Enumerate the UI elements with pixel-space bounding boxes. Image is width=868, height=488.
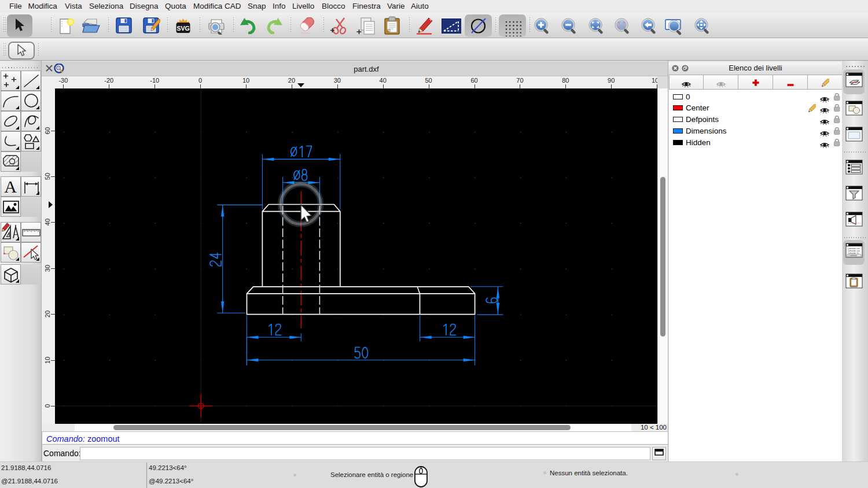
svg-text:Comando: 10: Comando: 10 <box>848 252 859 254</box>
svg-text:A: A <box>4 177 17 196</box>
svg-text:< comman: < comman <box>848 254 857 257</box>
svg-text:SVG: SVG <box>176 25 189 32</box>
